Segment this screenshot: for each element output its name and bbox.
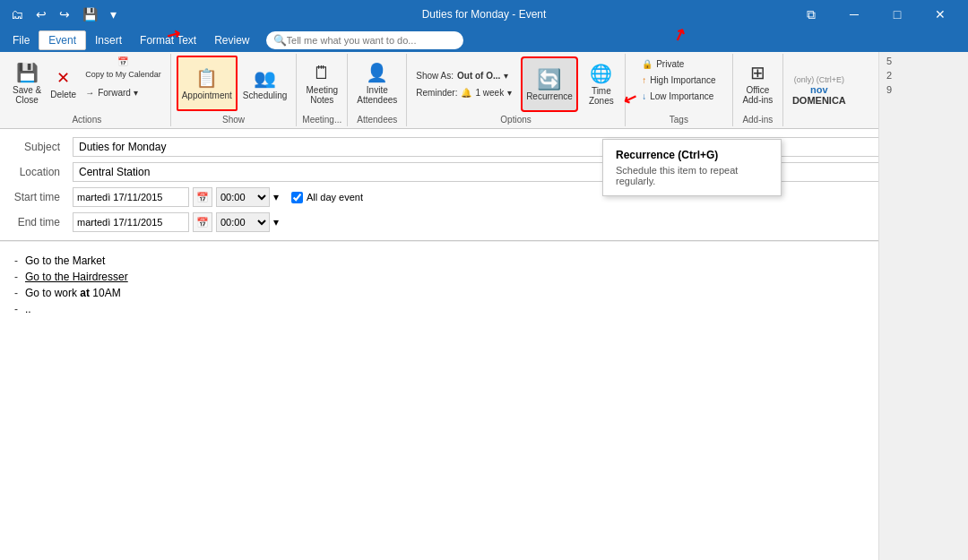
subject-input[interactable] [73, 137, 961, 157]
show-as-dropdown-icon: ▾ [504, 71, 508, 81]
end-date-input[interactable] [73, 212, 189, 232]
location-row: Location [0, 159, 968, 185]
office-addins-button[interactable]: ⊞ OfficeAdd-ins [739, 56, 776, 111]
maximize-btn[interactable]: □ [877, 0, 918, 29]
end-label: End time [7, 216, 65, 228]
location-input[interactable] [73, 162, 961, 182]
addins-label: Add-ins [742, 115, 773, 125]
show-label: Show [222, 115, 245, 125]
menu-bar: File Event Insert Format Text Review 🔍 [0, 29, 968, 52]
time-dropdown-icon: ▾ [273, 191, 279, 203]
addins2-note: (only) (Ctrl+E) [794, 75, 844, 84]
search-input[interactable] [287, 35, 448, 46]
location-label: Location [7, 166, 65, 178]
office-addins-icon: ⊞ [750, 62, 765, 83]
allday-check[interactable]: All day event [291, 192, 363, 203]
cal-date-1: 5 [886, 54, 961, 68]
title-bar: 🗂 ↩ ↪ 💾 ▾ Duties for Monday - Event ⧉ ─ … [0, 0, 968, 29]
copy-forward-group: 📅 Copy to My Calendar → Forward ▾ [82, 56, 165, 100]
appointment-icon: 📋 [195, 67, 218, 89]
save-quick-icon[interactable]: 💾 [79, 5, 101, 23]
bullet-4: - [14, 303, 18, 315]
cal-dates: 5 2 9 [879, 52, 968, 99]
tags-label: Tags [670, 115, 688, 125]
restore-btn[interactable]: ⧉ [791, 0, 832, 29]
form-area: Subject Location Start time 📅 00:00 ▾ [0, 129, 968, 241]
menu-file[interactable]: File [4, 30, 39, 50]
end-time-select[interactable]: 00:00 [216, 212, 270, 232]
meeting-notes-icon: 🗒 [313, 63, 331, 83]
delete-icon: ✕ [56, 68, 70, 88]
recurrence-button[interactable]: 🔄 Recurrence [521, 56, 578, 112]
ribbon-group-tags: 🔒 Private ↑ High Importance ↓ Low Import… [626, 54, 733, 126]
time-zones-button[interactable]: 🌐 TimeZones [583, 56, 619, 112]
end-cal-btn[interactable]: 📅 [193, 212, 212, 232]
attendees-label: Attendees [357, 115, 397, 125]
bullet-3: - [14, 287, 18, 299]
notes-list: - Go to the Market - Go to the Hairdress… [0, 242, 968, 328]
appointment-button[interactable]: 📋 Appointment [177, 56, 238, 111]
window-controls: ⧉ ─ □ ✕ [791, 0, 961, 29]
reminder-icon: 🔔 [461, 88, 471, 98]
invite-attendees-button[interactable]: 👤 InviteAttendees [353, 56, 401, 111]
tooltip-title: Recurrence (Ctrl+G) [616, 149, 768, 161]
ribbon-group-meeting: 🗒 MeetingNotes Meeting... [297, 54, 348, 126]
undo-icon[interactable]: ↩ [32, 5, 50, 23]
private-icon: 🔒 [642, 59, 653, 69]
low-importance-icon: ↓ [642, 91, 646, 101]
menu-format-text[interactable]: Format Text [131, 30, 205, 50]
private-button[interactable]: 🔒 Private [638, 56, 719, 72]
menu-insert[interactable]: Insert [86, 30, 131, 50]
high-importance-button[interactable]: ↑ High Importance [638, 72, 719, 88]
ribbon-group-addins2: (only) (Ctrl+E) nov DOMENICA [783, 54, 855, 126]
starttime-row: Start time 📅 00:00 ▾ All day event [0, 185, 968, 210]
redo-icon[interactable]: ↪ [56, 5, 73, 23]
start-date-input[interactable] [73, 187, 189, 207]
reminder-dropdown-icon: ▾ [507, 88, 512, 98]
actions-items: 💾 Save & Close ✕ Delete 📅 Copy to My Cal… [9, 56, 165, 113]
reminder-row[interactable]: Reminder: 🔔 1 week ▾ [412, 85, 515, 101]
cal-date-2: 2 [886, 68, 961, 82]
list-item: - Go to work at 10AM [14, 285, 954, 301]
show-as-row[interactable]: Show As: Out of O... ▾ [412, 68, 515, 84]
note-text-4: .. [25, 303, 31, 315]
forward-button[interactable]: → Forward ▾ [82, 84, 165, 100]
ribbon-group-attendees: 👤 InviteAttendees Attendees [348, 54, 407, 126]
ribbon-group-actions: 💾 Save & Close ✕ Delete 📅 Copy to My Cal… [4, 54, 171, 126]
bullet-2: - [14, 271, 18, 283]
ribbon-group-options: Show As: Out of O... ▾ Reminder: 🔔 1 wee… [407, 54, 626, 126]
list-item: - Go to the Market [14, 253, 954, 269]
note-text-3: Go to work at 10AM [25, 287, 121, 299]
save-close-button[interactable]: 💾 Save & Close [9, 56, 45, 111]
domenica-name: DOMENICA [792, 95, 846, 106]
attendees-items: 👤 InviteAttendees [353, 56, 401, 113]
subject-label: Subject [7, 141, 65, 153]
start-time-select[interactable]: 00:00 [216, 187, 270, 207]
meeting-notes-button[interactable]: 🗒 MeetingNotes [303, 56, 342, 111]
scheduling-button[interactable]: 👥 Scheduling [239, 56, 290, 111]
minimize-btn[interactable]: ─ [834, 0, 875, 29]
forward-icon: → [85, 88, 94, 98]
close-btn[interactable]: ✕ [920, 0, 961, 29]
menu-event[interactable]: Event [39, 30, 86, 50]
main-content: Subject Location Start time 📅 00:00 ▾ [0, 129, 968, 560]
low-importance-button[interactable]: ↓ Low Importance [638, 88, 719, 104]
window-title: Duties for Monday - Event [422, 8, 547, 21]
dropdown-icon[interactable]: ▾ [107, 5, 120, 23]
tags-items: 🔒 Private ↑ High Importance ↓ Low Import… [638, 56, 719, 113]
list-item: - .. [14, 301, 954, 317]
addins-items: ⊞ OfficeAdd-ins [739, 56, 776, 113]
bullet-1: - [14, 254, 18, 267]
search-icon: 🔍 [273, 34, 287, 47]
menu-review[interactable]: Review [205, 30, 258, 50]
list-item: - Go to the Hairdresser [14, 269, 954, 285]
show-as-value: Out of O... [457, 71, 500, 81]
delete-button[interactable]: ✕ Delete [47, 56, 80, 111]
tags-vertical: 🔒 Private ↑ High Importance ↓ Low Import… [638, 56, 719, 104]
copy-calendar-button[interactable]: 📅 Copy to My Calendar [82, 56, 165, 82]
end-time-dropdown-icon: ▾ [273, 216, 279, 228]
start-cal-btn[interactable]: 📅 [193, 187, 212, 207]
high-importance-icon: ↑ [642, 75, 646, 85]
allday-checkbox[interactable] [291, 192, 303, 203]
search-wrapper[interactable]: 🔍 [266, 31, 463, 49]
